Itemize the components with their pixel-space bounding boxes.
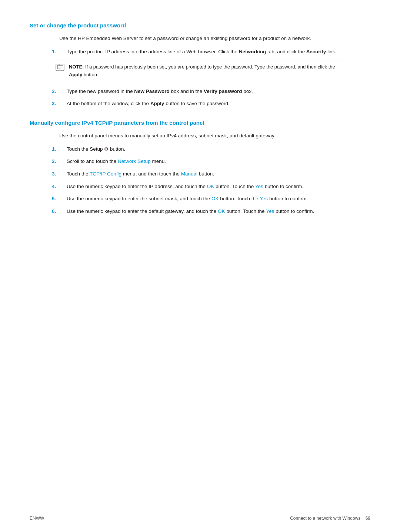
- manual-link: Manual: [181, 171, 197, 177]
- section2-step4: 4. Use the numeric keypad to enter the I…: [52, 183, 370, 191]
- ok-link-3: OK: [218, 208, 225, 214]
- step-num-2: 2.: [52, 87, 63, 96]
- footer-right: Connect to a network with Windows 69: [290, 516, 370, 521]
- step-num-1: 1.: [52, 48, 63, 56]
- ok-link-1: OK: [207, 184, 214, 189]
- step-text-3: At the bottom of the window, click the A…: [67, 100, 370, 108]
- note-icon: [56, 64, 67, 74]
- yes-link-3: Yes: [266, 208, 274, 214]
- s2-step-num-1: 1.: [52, 145, 63, 153]
- s2-step-text-5: Use the numeric keypad to enter the subn…: [67, 195, 370, 203]
- section1-steps: 1. Type the product IP address into the …: [52, 48, 370, 56]
- network-setup-link: Network Setup: [118, 158, 151, 164]
- section2-steps: 1. Touch the Setup ⚙ button. 2. Scroll t…: [52, 145, 370, 215]
- section2-step5: 5. Use the numeric keypad to enter the s…: [52, 195, 370, 203]
- s2-step-text-1: Touch the Setup ⚙ button.: [67, 145, 370, 153]
- section2-container: Manually configure IPv4 TCP/IP parameter…: [30, 120, 370, 215]
- section2-heading: Manually configure IPv4 TCP/IP parameter…: [30, 120, 370, 126]
- section2-step2: 2. Scroll to and touch the Network Setup…: [52, 157, 370, 165]
- section2-step1: 1. Touch the Setup ⚙ button.: [52, 145, 370, 153]
- s2-step-num-3: 3.: [52, 170, 63, 178]
- yes-link-2: Yes: [260, 196, 268, 201]
- note-label: NOTE:: [69, 64, 84, 70]
- section1-step1: 1. Type the product IP address into the …: [52, 48, 370, 56]
- new-password-bold: New Password: [134, 88, 169, 94]
- verify-password-bold: Verify password: [204, 88, 242, 94]
- setup-wrench-icon: ⚙: [104, 145, 109, 153]
- note-body: If a password has previously been set, y…: [69, 64, 335, 77]
- step-text-2: Type the new password in the New Passwor…: [67, 87, 370, 96]
- s2-step-text-4: Use the numeric keypad to enter the IP a…: [67, 183, 370, 191]
- section1-heading: Set or change the product password: [30, 22, 370, 29]
- section1-intro: Use the HP Embedded Web Server to set a …: [59, 34, 370, 43]
- s2-step-num-2: 2.: [52, 157, 63, 165]
- section1-step3: 3. At the bottom of the window, click th…: [52, 100, 370, 108]
- s2-step-text-6: Use the numeric keypad to enter the defa…: [67, 207, 370, 215]
- section1-step2: 2. Type the new password in the New Pass…: [52, 87, 370, 96]
- s2-step-num-6: 6.: [52, 207, 63, 215]
- svg-rect-0: [56, 64, 64, 71]
- s2-step-text-3: Touch the TCP/IP Config menu, and then t…: [67, 170, 370, 178]
- step-text-1: Type the product IP address into the add…: [67, 48, 370, 56]
- page-footer: ENWW Connect to a network with Windows 6…: [0, 516, 400, 521]
- networking-bold: Networking: [239, 49, 266, 54]
- s2-step-num-5: 5.: [52, 195, 63, 203]
- tcpip-config-link: TCP/IP Config: [90, 171, 121, 177]
- step-num-3: 3.: [52, 100, 63, 108]
- security-bold: Security: [306, 49, 326, 54]
- section1-steps-23: 2. Type the new password in the New Pass…: [52, 87, 370, 108]
- svg-line-1: [57, 64, 60, 66]
- section2-step3: 3. Touch the TCP/IP Config menu, and the…: [52, 170, 370, 178]
- section2-step6: 6. Use the numeric keypad to enter the d…: [52, 207, 370, 215]
- s2-step-num-4: 4.: [52, 183, 63, 191]
- ok-link-2: OK: [211, 196, 219, 201]
- apply-bold-2: Apply: [150, 101, 164, 106]
- note-text: NOTE: If a password has previously been …: [69, 63, 344, 79]
- s2-step-text-2: Scroll to and touch the Network Setup me…: [67, 157, 370, 165]
- footer-left: ENWW: [30, 516, 44, 521]
- section2-intro: Use the control-panel menus to manually …: [59, 132, 370, 140]
- yes-link-1: Yes: [255, 184, 263, 189]
- note-box: NOTE: If a password has previously been …: [52, 60, 348, 82]
- apply-bold: Apply: [69, 72, 82, 77]
